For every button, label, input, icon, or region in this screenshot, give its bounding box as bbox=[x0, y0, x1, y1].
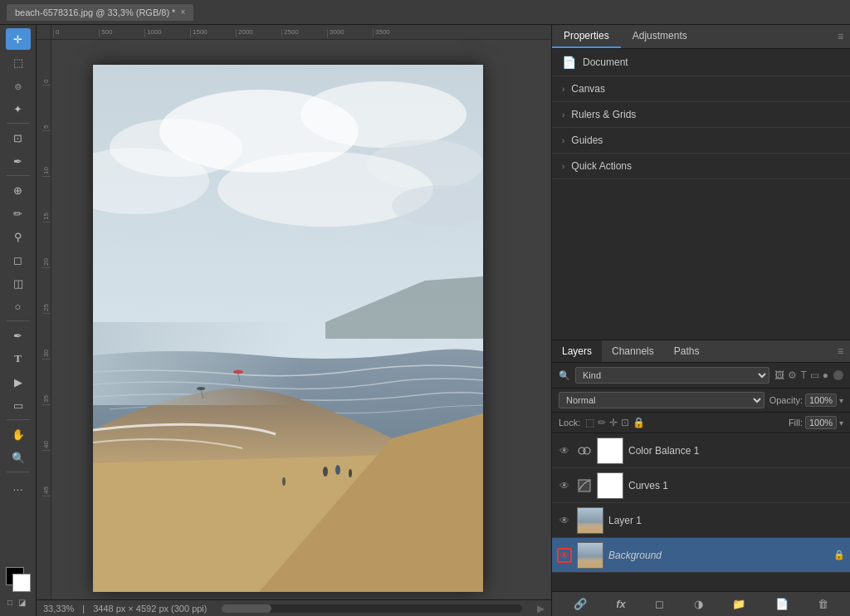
guides-section[interactable]: › Guides bbox=[552, 128, 850, 154]
canvas-image[interactable] bbox=[93, 65, 483, 592]
svg-point-15 bbox=[233, 370, 243, 374]
document-tab-label: beach-6578316.jpg @ 33,3% (RGB/8) * bbox=[15, 7, 175, 17]
scroll-right-btn[interactable]: ▶ bbox=[537, 603, 545, 614]
adjustments-tab[interactable]: Adjustments bbox=[621, 25, 699, 48]
paths-tab[interactable]: Paths bbox=[664, 340, 710, 362]
layer-1[interactable]: 👁 bbox=[552, 503, 850, 538]
canvas-section[interactable]: › Canvas bbox=[552, 76, 850, 102]
pixel-filter-icon[interactable]: 🖼 bbox=[774, 369, 784, 381]
fill-label: Fill: bbox=[789, 418, 803, 428]
lock-artboards-icon[interactable]: ⊡ bbox=[621, 417, 629, 428]
dodge-tool[interactable]: ○ bbox=[6, 296, 31, 317]
layer-mask-thumb-curves bbox=[597, 472, 623, 499]
zoom-tool[interactable]: 🔍 bbox=[6, 447, 31, 468]
text-tool[interactable]: T bbox=[6, 348, 31, 369]
healing-brush-tool[interactable]: ⊕ bbox=[6, 179, 31, 201]
separator: | bbox=[82, 604, 85, 614]
pen-tool[interactable]: ✒ bbox=[6, 325, 31, 346]
ruler-v-tick-10: 10 bbox=[42, 131, 51, 177]
properties-content: 📄 Document › Canvas › Rulers & Grids › G… bbox=[552, 49, 850, 340]
rulers-grids-section[interactable]: › Rulers & Grids bbox=[552, 102, 850, 128]
smart-filter-icon[interactable]: ● bbox=[823, 369, 828, 381]
status-bar: 33,33% | 3448 px × 4592 px (300 ppi) ▶ bbox=[37, 599, 551, 616]
document-dimensions: 3448 px × 4592 px (300 ppi) bbox=[93, 604, 207, 614]
vertical-ruler: 0 5 10 15 20 25 30 35 40 45 bbox=[37, 40, 51, 616]
opacity-value[interactable]: 100% bbox=[805, 394, 837, 407]
layers-tab[interactable]: Layers bbox=[552, 340, 602, 362]
horizontal-ruler: 0 500 1000 1500 2000 2500 3000 3500 bbox=[51, 25, 551, 40]
document-tab[interactable]: beach-6578316.jpg @ 33,3% (RGB/8) * × bbox=[7, 4, 193, 21]
shape-filter-icon[interactable]: ▭ bbox=[810, 369, 819, 381]
gradient-tool[interactable]: ◫ bbox=[6, 272, 31, 294]
opacity-group: Opacity: 100% ▾ bbox=[769, 394, 843, 407]
horizontal-scrollbar[interactable] bbox=[222, 604, 522, 613]
new-group-btn[interactable]: 📁 bbox=[727, 596, 750, 612]
fx-btn[interactable]: fx bbox=[611, 596, 631, 612]
fill-value[interactable]: 100% bbox=[805, 416, 837, 429]
eyedropper-tool[interactable]: ✒ bbox=[6, 150, 31, 172]
adjustment-filter-icon[interactable]: ⚙ bbox=[788, 369, 797, 381]
color-swatches[interactable] bbox=[6, 567, 31, 592]
kind-filter-select[interactable]: Kind bbox=[575, 367, 769, 384]
svg-rect-23 bbox=[578, 543, 603, 568]
filter-toggle[interactable] bbox=[833, 370, 843, 380]
svg-rect-22 bbox=[578, 508, 603, 533]
document-icon: 📄 bbox=[562, 56, 576, 69]
lock-row: Lock: ⬚ ✏ ✛ ⊡ 🔒 Fill: 100% ▾ bbox=[552, 413, 850, 433]
layers-list: 👁 Color Balance 1 👁 bbox=[552, 433, 850, 591]
layers-panel-menu-btn[interactable]: ≡ bbox=[831, 342, 850, 360]
brush-tool[interactable]: ✏ bbox=[6, 203, 31, 224]
text-filter-icon[interactable]: T bbox=[800, 369, 806, 381]
crop-tool[interactable]: ⊡ bbox=[6, 127, 31, 149]
magic-wand-tool[interactable]: ✦ bbox=[6, 98, 31, 120]
layer-name-background: Background bbox=[608, 550, 828, 561]
visibility-curves-1[interactable]: 👁 bbox=[557, 478, 572, 493]
left-toolbar: ✛ ⬚ ⌾ ✦ ⊡ ✒ ⊕ ✏ ⚲ ◻ ◫ ○ ✒ T ▶ ▭ ✋ 🔍 … □ bbox=[0, 25, 37, 616]
layer-curves-1[interactable]: 👁 Curves 1 bbox=[552, 468, 850, 503]
filter-search-icon: 🔍 bbox=[559, 370, 570, 381]
svg-rect-21 bbox=[598, 473, 623, 498]
close-tab-button[interactable]: × bbox=[180, 7, 185, 17]
eraser-tool[interactable]: ◻ bbox=[6, 249, 31, 271]
visibility-background[interactable]: 👁 bbox=[557, 548, 572, 563]
visibility-color-balance-1[interactable]: 👁 bbox=[557, 443, 572, 458]
properties-tab[interactable]: Properties bbox=[552, 25, 621, 48]
ruler-v-tick-40: 40 bbox=[42, 405, 51, 451]
scrollbar-thumb[interactable] bbox=[222, 604, 271, 613]
ruler-v-tick-15: 15 bbox=[42, 177, 51, 222]
background-color[interactable] bbox=[12, 574, 31, 592]
new-adjustment-layer-btn[interactable]: ◑ bbox=[689, 596, 708, 612]
layer-color-balance-1[interactable]: 👁 Color Balance 1 bbox=[552, 433, 850, 468]
layers-bottom-toolbar: 🔗 fx ◻ ◑ 📁 📄 🗑 bbox=[552, 591, 850, 616]
path-selection-tool[interactable]: ▶ bbox=[6, 371, 31, 393]
extra-tools-btn[interactable]: … bbox=[6, 476, 31, 497]
ruler-h-tick-500: 500 bbox=[99, 29, 144, 37]
add-mask-btn[interactable]: ◻ bbox=[650, 596, 669, 612]
link-layers-btn[interactable]: 🔗 bbox=[569, 596, 592, 612]
filter-icons: 🖼 ⚙ T ▭ ● bbox=[774, 369, 828, 381]
lock-transparent-icon[interactable]: ⬚ bbox=[585, 417, 594, 428]
delete-layer-btn[interactable]: 🗑 bbox=[813, 596, 833, 612]
properties-tab-bar: Properties Adjustments ≡ bbox=[552, 25, 850, 49]
visibility-layer-1[interactable]: 👁 bbox=[557, 513, 572, 528]
canvas-content[interactable] bbox=[51, 40, 551, 599]
clone-stamp-tool[interactable]: ⚲ bbox=[6, 226, 31, 247]
properties-menu-btn[interactable]: ≡ bbox=[831, 27, 850, 46]
rectangular-marquee-tool[interactable]: ⬚ bbox=[6, 51, 31, 73]
quick-actions-section[interactable]: › Quick Actions bbox=[552, 154, 850, 179]
hand-tool[interactable]: ✋ bbox=[6, 423, 31, 445]
new-layer-btn[interactable]: 📄 bbox=[770, 596, 794, 612]
lock-all-icon[interactable]: 🔒 bbox=[633, 417, 645, 428]
layer-background[interactable]: 👁 bbox=[552, 538, 850, 573]
blend-mode-select[interactable]: Normal bbox=[559, 392, 765, 408]
channels-tab[interactable]: Channels bbox=[602, 340, 664, 362]
lock-position-icon[interactable]: ✛ bbox=[609, 417, 618, 428]
quick-mask-btn[interactable]: ◪ bbox=[16, 597, 28, 608]
layer-name-color-balance: Color Balance 1 bbox=[628, 445, 845, 457]
lock-pixels-icon[interactable]: ✏ bbox=[598, 417, 606, 428]
standard-mode-btn[interactable]: □ bbox=[7, 598, 12, 607]
move-tool[interactable]: ✛ bbox=[6, 28, 31, 50]
shape-tool[interactable]: ▭ bbox=[6, 394, 31, 416]
lasso-tool[interactable]: ⌾ bbox=[6, 75, 31, 96]
document-label: Document bbox=[583, 56, 628, 68]
